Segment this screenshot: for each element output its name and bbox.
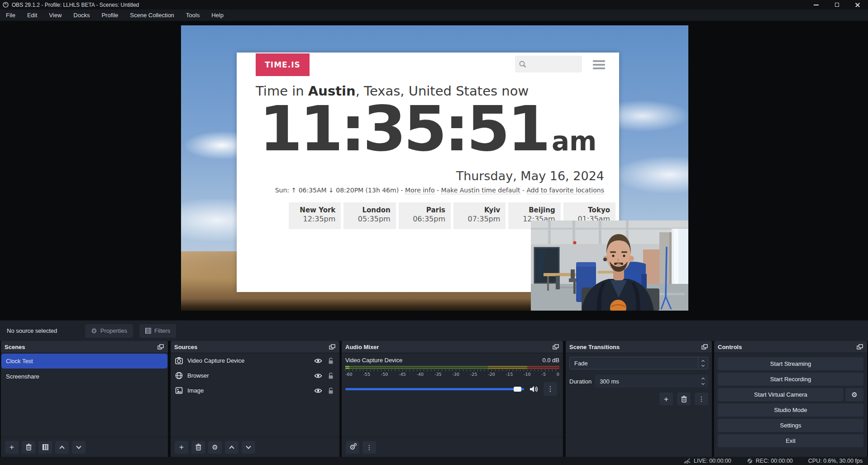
mixer-menu-button[interactable]: ⋮ bbox=[362, 441, 376, 454]
mixer-db-value: 0.0 dB bbox=[542, 357, 559, 364]
menu-docks[interactable]: Docks bbox=[67, 10, 95, 21]
menu-file[interactable]: File bbox=[0, 10, 21, 21]
window-title: OBS 29.1.2 - Profile: LLHLS BETA - Scene… bbox=[12, 2, 139, 8]
gear-icon: ⚙ bbox=[851, 391, 857, 398]
lock-unlocked-icon[interactable] bbox=[327, 387, 335, 394]
menu-scene-collection[interactable]: Scene Collection bbox=[124, 10, 180, 21]
gear-icon: ⚙ bbox=[91, 327, 97, 334]
scene-filters-button[interactable] bbox=[38, 441, 52, 454]
transitions-panel-title: Scene Transitions bbox=[569, 344, 620, 350]
chevron-up-icon bbox=[701, 378, 704, 381]
webcam-overlay[interactable] bbox=[531, 221, 688, 311]
chevron-down-icon bbox=[76, 444, 81, 449]
remove-transition-button[interactable] bbox=[677, 393, 691, 405]
add-source-button[interactable]: + bbox=[175, 441, 188, 454]
audio-mixer-panel: Audio Mixer Video Capture Device 0.0 dB … bbox=[342, 341, 563, 457]
start-virtual-camera-button[interactable]: Start Virtual Camera bbox=[718, 388, 844, 401]
eye-icon[interactable] bbox=[314, 387, 322, 394]
scene-item-screenshare[interactable]: Screenshare bbox=[1, 369, 167, 384]
world-clock-new-york[interactable]: New York12:35pm bbox=[289, 202, 341, 229]
mixer-channel-name: Video Capture Device bbox=[345, 357, 402, 364]
eye-icon[interactable] bbox=[314, 372, 322, 379]
current-date: Thursday, May 16, 2024 bbox=[456, 169, 604, 183]
source-item-image[interactable]: Image bbox=[171, 383, 339, 398]
source-item-browser[interactable]: Browser bbox=[171, 368, 339, 383]
dock-area: Scenes Clock Test Screenshare + bbox=[0, 341, 868, 457]
start-recording-button[interactable]: Start Recording bbox=[718, 373, 863, 386]
menu-view[interactable]: View bbox=[43, 10, 67, 21]
transition-select[interactable]: Fade bbox=[569, 357, 708, 369]
move-source-up-button[interactable] bbox=[225, 441, 238, 454]
world-clock-london[interactable]: London05:35pm bbox=[343, 202, 396, 229]
controls-panel: Controls Start Streaming Start Recording… bbox=[714, 341, 867, 457]
transition-properties-button[interactable]: ⋮ bbox=[695, 393, 708, 405]
scene-item-clock-test[interactable]: Clock Test bbox=[1, 354, 167, 369]
eye-icon[interactable] bbox=[314, 357, 322, 364]
rec-status: REC: 00:00:00 bbox=[747, 458, 793, 464]
spinbox-arrows[interactable] bbox=[699, 377, 708, 385]
hamburger-menu-icon[interactable] bbox=[593, 60, 605, 69]
add-favorite-link[interactable]: Add to favorite locations bbox=[527, 187, 604, 194]
world-clock-kyiv[interactable]: Kyiv07:35pm bbox=[453, 202, 506, 229]
chevron-down-icon bbox=[701, 382, 704, 385]
popout-icon[interactable] bbox=[701, 344, 708, 350]
menu-help[interactable]: Help bbox=[205, 10, 229, 21]
menu-tools[interactable]: Tools bbox=[180, 10, 205, 21]
remove-scene-button[interactable] bbox=[22, 441, 35, 454]
speaker-icon[interactable] bbox=[529, 385, 538, 393]
minimize-button[interactable] bbox=[806, 0, 826, 10]
source-properties-button[interactable]: ⚙ bbox=[208, 441, 222, 454]
menubar: File Edit View Docks Profile Scene Colle… bbox=[0, 10, 868, 21]
chevron-up-icon bbox=[229, 446, 234, 451]
source-item-video-capture[interactable]: Video Capture Device bbox=[171, 353, 339, 368]
sources-panel-title: Sources bbox=[174, 344, 197, 350]
scenes-panel-title: Scenes bbox=[5, 344, 25, 350]
volume-slider[interactable] bbox=[345, 388, 524, 390]
settings-button[interactable]: Settings bbox=[718, 419, 863, 432]
trash-icon bbox=[681, 396, 687, 403]
more-info-link[interactable]: More info bbox=[405, 187, 434, 194]
timeis-logo: TIME.IS bbox=[256, 53, 310, 76]
meter-scale-labels: -60-55-50-45-40-35-30-25-20-15-10-50 bbox=[345, 372, 559, 377]
preview-canvas[interactable]: TIME.IS Time in Austin, Texas, United St… bbox=[181, 25, 688, 311]
lock-unlocked-icon[interactable] bbox=[327, 357, 335, 364]
popout-icon[interactable] bbox=[157, 344, 164, 350]
record-inactive-icon bbox=[747, 458, 753, 464]
add-transition-button[interactable]: + bbox=[659, 393, 673, 405]
source-context-bar: No source selected ⚙ Properties Filters bbox=[0, 320, 868, 341]
filters-button[interactable]: Filters bbox=[139, 324, 176, 338]
sunrise-sunset-line: Sun: ↑ 06:35AM ↓ 08:20PM (13h 46m) - Mor… bbox=[275, 187, 604, 194]
sources-panel: Sources Video Capture Device bbox=[171, 341, 339, 457]
mixer-channel-menu-button[interactable]: ⋮ bbox=[544, 382, 557, 396]
popout-icon[interactable] bbox=[329, 344, 336, 350]
maximize-icon bbox=[835, 3, 839, 7]
close-button[interactable] bbox=[847, 0, 868, 10]
advanced-audio-button[interactable]: ⚙ ⚙ bbox=[346, 441, 359, 454]
start-streaming-button[interactable]: Start Streaming bbox=[718, 357, 863, 370]
add-scene-button[interactable]: + bbox=[5, 441, 19, 454]
popout-icon[interactable] bbox=[553, 344, 559, 350]
studio-mode-button[interactable]: Studio Mode bbox=[718, 403, 863, 417]
make-default-link[interactable]: Make Austin time default bbox=[441, 187, 520, 194]
properties-button[interactable]: ⚙ Properties bbox=[85, 324, 133, 338]
controls-panel-title: Controls bbox=[718, 344, 742, 350]
popout-icon[interactable] bbox=[857, 344, 863, 350]
virtual-camera-settings-button[interactable]: ⚙ bbox=[845, 388, 863, 401]
chevron-down-icon bbox=[246, 444, 251, 449]
menu-profile[interactable]: Profile bbox=[95, 10, 124, 21]
volume-slider-handle[interactable] bbox=[514, 387, 521, 392]
move-scene-up-button[interactable] bbox=[55, 441, 69, 454]
lock-unlocked-icon[interactable] bbox=[327, 372, 335, 379]
move-scene-down-button[interactable] bbox=[72, 441, 86, 454]
search-input[interactable] bbox=[515, 56, 582, 72]
remove-source-button[interactable] bbox=[191, 441, 205, 454]
world-clock-paris[interactable]: Paris06:35pm bbox=[399, 202, 451, 229]
webcam-video bbox=[531, 221, 688, 311]
exit-button[interactable]: Exit bbox=[718, 434, 863, 447]
maximize-button[interactable] bbox=[826, 0, 847, 10]
globe-icon bbox=[175, 372, 183, 379]
combobox-arrows[interactable] bbox=[698, 357, 708, 369]
menu-edit[interactable]: Edit bbox=[21, 10, 43, 21]
duration-spinbox[interactable]: 300 ms bbox=[595, 375, 708, 388]
move-source-down-button[interactable] bbox=[242, 441, 255, 454]
